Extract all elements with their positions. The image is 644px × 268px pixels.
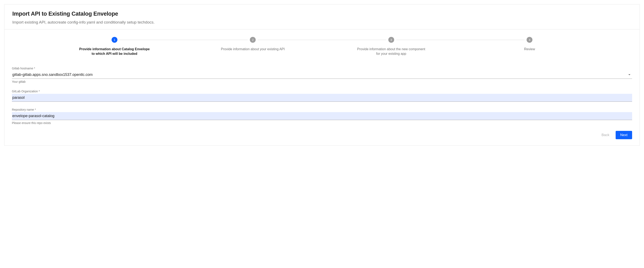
wizard-card: Import API to Existing Catalog Envelope … bbox=[4, 4, 640, 146]
gitlab-hostname-label: Gitlab hostname * bbox=[12, 67, 632, 70]
repo-name-help: Please ensure this repo exists bbox=[12, 121, 632, 125]
card-header: Import API to Existing Catalog Envelope … bbox=[4, 4, 640, 29]
step-4-circle: 4 bbox=[526, 37, 532, 43]
step-2-circle: 2 bbox=[250, 37, 256, 43]
back-button[interactable]: Back bbox=[597, 131, 614, 139]
step-1[interactable]: 1 Provide information about Catalog Enve… bbox=[45, 37, 184, 56]
chevron-down-icon bbox=[628, 74, 630, 75]
repo-name-label: Repository name * bbox=[12, 108, 632, 111]
step-4[interactable]: 4 Review bbox=[460, 37, 599, 51]
gitlab-hostname-group: Gitlab hostname * Your gitlab bbox=[12, 67, 632, 83]
gitlab-hostname-input[interactable] bbox=[12, 72, 628, 77]
repo-name-group: Repository name * Please ensure this rep… bbox=[12, 108, 632, 125]
gitlab-hostname-help: Your gitlab bbox=[12, 80, 632, 83]
action-bar: Back Next bbox=[12, 131, 632, 139]
step-2[interactable]: 2 Provide information about your existin… bbox=[184, 37, 322, 51]
page-title: Import API to Existing Catalog Envelope bbox=[12, 11, 632, 17]
step-3-circle: 3 bbox=[388, 37, 394, 43]
gitlab-org-group: GitLab Organization * bbox=[12, 90, 632, 102]
next-button[interactable]: Next bbox=[616, 131, 632, 139]
step-1-label: Provide information about Catalog Envelo… bbox=[77, 47, 152, 56]
page-subtitle: Import existing API, autocreate config-i… bbox=[12, 20, 632, 24]
gitlab-org-label: GitLab Organization * bbox=[12, 90, 632, 93]
step-1-circle: 1 bbox=[112, 37, 118, 43]
step-3-label: Provide information about the new compon… bbox=[354, 47, 429, 56]
gitlab-hostname-select[interactable] bbox=[12, 71, 632, 79]
gitlab-org-input[interactable] bbox=[12, 95, 632, 100]
step-4-label: Review bbox=[522, 47, 536, 51]
repo-name-input[interactable] bbox=[12, 113, 632, 119]
step-2-label: Provide information about your existing … bbox=[219, 47, 286, 51]
step-3[interactable]: 3 Provide information about the new comp… bbox=[322, 37, 460, 56]
stepper: 1 Provide information about Catalog Enve… bbox=[12, 37, 632, 56]
